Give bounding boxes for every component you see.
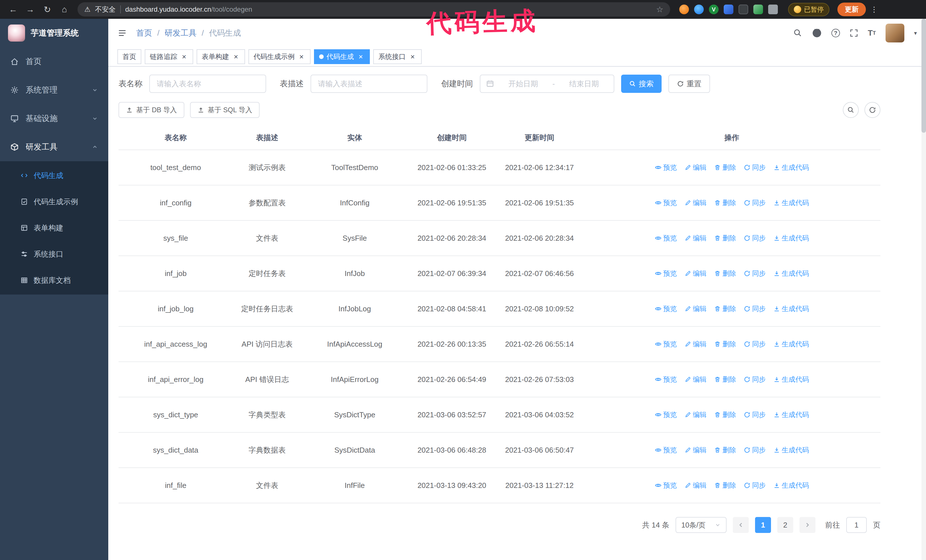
extension-icon-green-check[interactable]: V [709,5,719,14]
preview-link[interactable]: 预览 [655,304,677,313]
puzzle-extensions-icon[interactable] [768,5,778,14]
preview-link[interactable]: 预览 [655,198,677,207]
preview-link[interactable]: 预览 [655,163,677,172]
view-tab[interactable]: 首页 [117,49,141,64]
sidebar-item-db-doc[interactable]: 数据库文档 [0,267,108,293]
delete-link[interactable]: 删除 [714,163,736,172]
generate-code-link[interactable]: 生成代码 [773,375,809,384]
sidebar-item-system-api[interactable]: 系统接口 [0,241,108,267]
sidebar-collapse-icon[interactable] [117,28,127,38]
page-button-2[interactable]: 2 [777,517,793,533]
sync-link[interactable]: 同步 [744,304,766,313]
extension-icon-leaf[interactable] [754,5,763,14]
sync-link[interactable]: 同步 [744,445,766,454]
reset-button[interactable]: 重置 [669,75,710,93]
tab-close-icon[interactable]: × [298,53,306,61]
profile-paused-chip[interactable]: 已暂停 [788,3,829,16]
extension-icon-people[interactable] [724,5,733,14]
sidebar-item-codegen[interactable]: 代码生成 [0,162,108,189]
forward-icon[interactable]: → [23,2,38,17]
date-range-picker[interactable]: 开始日期 - 结束日期 [480,75,614,93]
back-icon[interactable]: ← [6,2,21,17]
tab-close-icon[interactable]: × [232,53,240,61]
sync-link[interactable]: 同步 [744,410,766,419]
edit-link[interactable]: 编辑 [684,481,707,490]
delete-link[interactable]: 删除 [714,234,736,243]
sync-link[interactable]: 同步 [744,234,766,243]
tab-close-icon[interactable]: × [357,53,365,61]
view-tab[interactable]: 代码生成 × [314,49,370,64]
prev-page-button[interactable] [733,517,749,533]
sync-link[interactable]: 同步 [744,269,766,278]
import-db-button[interactable]: 基于 DB 导入 [118,102,185,118]
delete-link[interactable]: 删除 [714,304,736,313]
edit-link[interactable]: 编辑 [684,375,707,384]
github-icon[interactable] [812,28,822,38]
scrollbar[interactable] [921,19,926,560]
generate-code-link[interactable]: 生成代码 [773,198,809,207]
preview-link[interactable]: 预览 [655,340,677,349]
generate-code-link[interactable]: 生成代码 [773,269,809,278]
generate-code-link[interactable]: 生成代码 [773,163,809,172]
toggle-search-button[interactable] [843,102,859,118]
edit-link[interactable]: 编辑 [684,340,707,349]
sync-link[interactable]: 同步 [744,163,766,172]
delete-link[interactable]: 删除 [714,410,736,419]
browser-menu-icon[interactable]: ⋮ [870,5,878,14]
edit-link[interactable]: 编辑 [684,304,707,313]
sidebar-item-form-builder[interactable]: 表单构建 [0,215,108,241]
view-tab[interactable]: 系统接口 × [373,49,422,64]
edit-link[interactable]: 编辑 [684,269,707,278]
delete-link[interactable]: 删除 [714,198,736,207]
preview-link[interactable]: 预览 [655,234,677,243]
sidebar-item-home[interactable]: 首页 [0,47,108,76]
table-name-input[interactable] [149,75,266,93]
extension-icon-orange[interactable] [679,5,689,14]
breadcrumb-devtools[interactable]: 研发工具 [165,28,197,38]
help-icon[interactable]: ? [831,29,840,37]
edit-link[interactable]: 编辑 [684,163,707,172]
address-bar[interactable]: ⚠ 不安全 dashboard.yudao.iocoder.cn/tool/co… [77,2,670,17]
preview-link[interactable]: 预览 [655,445,677,454]
search-icon[interactable] [793,29,802,38]
sidebar-item-infrastructure[interactable]: 基础设施 [0,104,108,133]
generate-code-link[interactable]: 生成代码 [773,410,809,419]
tab-close-icon[interactable]: × [409,53,416,61]
delete-link[interactable]: 删除 [714,375,736,384]
next-page-button[interactable] [799,517,816,533]
edit-link[interactable]: 编辑 [684,410,707,419]
goto-page-input[interactable] [846,517,867,533]
generate-code-link[interactable]: 生成代码 [773,445,809,454]
avatar-caret-icon[interactable]: ▾ [914,30,917,36]
refresh-table-button[interactable] [864,102,881,118]
view-tab[interactable]: 代码生成示例 × [248,49,310,64]
app-logo[interactable]: 芋道管理系统 [0,19,108,47]
tab-close-icon[interactable]: × [180,53,188,61]
home-icon[interactable]: ⌂ [57,2,72,17]
page-size-select[interactable]: 10条/页 [676,517,726,533]
bookmark-star-icon[interactable]: ☆ [656,5,663,14]
sync-link[interactable]: 同步 [744,340,766,349]
sync-link[interactable]: 同步 [744,481,766,490]
view-tab[interactable]: 链路追踪 × [145,49,193,64]
table-desc-input[interactable] [310,75,427,93]
generate-code-link[interactable]: 生成代码 [773,304,809,313]
extension-icon-blue[interactable] [694,5,704,14]
extension-icon-dark[interactable] [738,5,748,14]
view-tab[interactable]: 表单构建 × [197,49,245,64]
preview-link[interactable]: 预览 [655,481,677,490]
delete-link[interactable]: 删除 [714,481,736,490]
delete-link[interactable]: 删除 [714,445,736,454]
sidebar-item-dev-tools[interactable]: 研发工具 [0,133,108,161]
browser-update-button[interactable]: 更新 [837,3,866,16]
sidebar-item-system-management[interactable]: 系统管理 [0,76,108,104]
preview-link[interactable]: 预览 [655,375,677,384]
delete-link[interactable]: 删除 [714,340,736,349]
page-button-1[interactable]: 1 [755,517,771,533]
search-button[interactable]: 搜索 [621,75,661,93]
generate-code-link[interactable]: 生成代码 [773,481,809,490]
user-avatar[interactable] [885,24,904,42]
sync-link[interactable]: 同步 [744,375,766,384]
delete-link[interactable]: 删除 [714,269,736,278]
reload-icon[interactable]: ↻ [40,2,55,17]
